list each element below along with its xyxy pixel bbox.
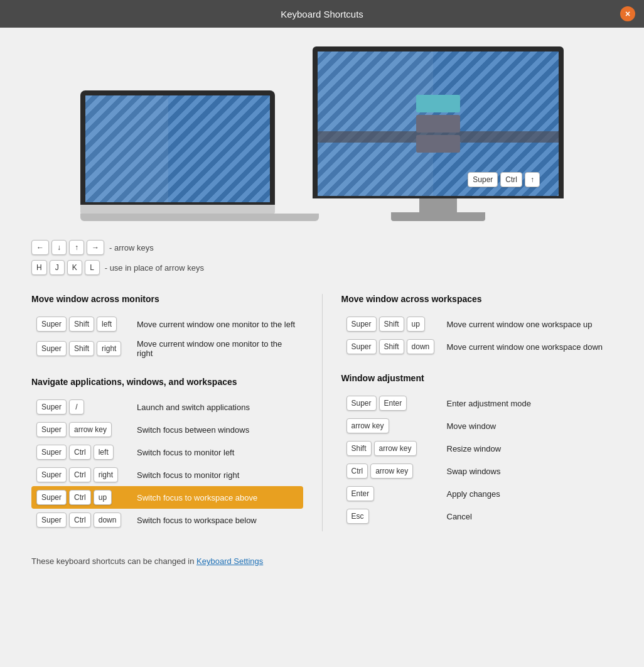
- shortcut-resize-keys: Shift arrow key: [346, 441, 447, 456]
- shortcut-ctrl-left-keys: Super Ctrl left: [36, 445, 137, 460]
- key-ctrl: Ctrl: [69, 490, 91, 505]
- key-down: down: [407, 339, 435, 354]
- key-super: Super: [36, 341, 67, 356]
- shortcut-swap-windows: Ctrl arrow key Swap windows: [341, 460, 613, 482]
- footer: These keyboard shortcuts can be changed …: [31, 556, 613, 566]
- shortcut-shift-right-desc: Move current window one monitor to the r…: [137, 339, 298, 358]
- shortcut-shift-right: Super Shift right Move current window on…: [31, 335, 303, 362]
- shortcut-arrow-desc: Switch focus between windows: [137, 425, 249, 435]
- shortcut-resize-window: Shift arrow key Resize window: [341, 437, 613, 460]
- tile-inactive-2: [416, 135, 460, 153]
- shortcut-move-window-keys: arrow key: [346, 418, 447, 433]
- shortcut-ws-shift-up: Super Shift up Move current window one w…: [341, 313, 613, 335]
- shortcut-ctrl-up-desc: Switch focus to workspace above: [137, 493, 257, 502]
- key-super: Super: [36, 512, 67, 528]
- section-move-monitors-title: Move window across monitors: [31, 294, 303, 304]
- hjkl-legend: H J K L - use in place of arrow keys: [31, 260, 613, 275]
- shortcut-shift-left: Super Shift left Move current window one…: [31, 313, 303, 335]
- shortcut-ws-shift-down: Super Shift down Move current window one…: [341, 335, 613, 358]
- key-ctrl: Ctrl: [69, 512, 91, 528]
- j-key: J: [50, 260, 65, 275]
- footer-text: These keyboard shortcuts can be changed …: [31, 556, 196, 566]
- shortcut-apply-keys: Enter: [346, 486, 447, 501]
- monitor-badge: Super Ctrl ↑: [468, 172, 540, 187]
- shortcut-slash: Super / Launch and switch applications: [31, 396, 303, 418]
- right-arrow-key: →: [87, 240, 104, 255]
- monitor-neck: [419, 198, 457, 212]
- k-key: K: [67, 260, 82, 275]
- key-super: Super: [346, 317, 377, 332]
- up-arrow-key: ↑: [69, 240, 84, 255]
- shortcut-arrow: Super arrow key Switch focus between win…: [31, 418, 303, 441]
- laptop-stand: [80, 214, 319, 221]
- key-super: Super: [36, 317, 67, 332]
- laptop-screen-outer: [80, 90, 275, 205]
- shortcut-ws-shift-down-keys: Super Shift down: [346, 339, 447, 354]
- left-arrow-key: ←: [31, 240, 49, 255]
- shortcut-ctrl-up[interactable]: Super Ctrl up Switch focus to workspace …: [31, 486, 303, 509]
- hjkl-keys-group: H J K L: [31, 260, 100, 275]
- shortcut-arrow-keys: Super arrow key: [36, 422, 137, 437]
- monitor-tiles: [416, 95, 460, 153]
- arrow-keys-desc: - arrow keys: [109, 243, 154, 252]
- h-key: H: [31, 260, 47, 275]
- shortcut-ctrl-right: Super Ctrl right Switch focus to monitor…: [31, 464, 303, 486]
- key-shift: Shift: [379, 317, 404, 332]
- shortcut-apply-desc: Apply changes: [447, 489, 500, 499]
- dialog-title: Keyboard Shortcuts: [281, 9, 363, 19]
- shortcut-resize-desc: Resize window: [447, 444, 502, 453]
- all-sections: Move window across monitors Super Shift …: [31, 294, 613, 531]
- down-arrow-key: ↓: [51, 240, 67, 255]
- key-shift: Shift: [69, 317, 94, 332]
- close-button[interactable]: ×: [620, 6, 635, 21]
- laptop-illustration: [80, 90, 275, 221]
- shortcut-ctrl-down-desc: Switch focus to workspace below: [137, 516, 257, 525]
- key-esc: Esc: [346, 509, 369, 524]
- keyboard-settings-link[interactable]: Keyboard Settings: [196, 556, 263, 566]
- tile-inactive-1: [416, 115, 460, 133]
- laptop-base: [80, 205, 275, 214]
- shortcut-ws-shift-up-desc: Move current window one workspace up: [447, 320, 593, 329]
- column-divider: [322, 294, 323, 531]
- section-navigate: Navigate applications, windows, and work…: [31, 377, 303, 531]
- shortcut-ctrl-left: Super Ctrl left Switch focus to monitor …: [31, 441, 303, 464]
- shortcut-move-window: arrow key Move window: [341, 415, 613, 437]
- key-enter: Enter: [346, 486, 375, 501]
- shortcut-swap-keys: Ctrl arrow key: [346, 464, 447, 479]
- shortcut-ctrl-left-desc: Switch focus to monitor left: [137, 448, 234, 457]
- shortcut-cancel: Esc Cancel: [341, 505, 613, 528]
- shortcut-ctrl-right-keys: Super Ctrl right: [36, 467, 137, 482]
- key-ctrl: Ctrl: [69, 467, 91, 482]
- key-right: right: [97, 341, 121, 356]
- shortcut-slash-desc: Launch and switch applications: [137, 403, 250, 412]
- key-super: Super: [36, 422, 67, 437]
- section-navigate-title: Navigate applications, windows, and work…: [31, 377, 303, 387]
- key-down: down: [94, 512, 122, 528]
- shortcut-shift-right-keys: Super Shift right: [36, 341, 137, 356]
- section-window-adjustment-title: Window adjustment: [341, 373, 613, 383]
- section-move-workspaces-title: Move window across workspaces: [341, 294, 613, 304]
- badge-super-key: Super: [468, 172, 498, 187]
- section-window-adjustment: Window adjustment Super Enter Enter adju…: [341, 373, 613, 528]
- shortcut-ctrl-down: Super Ctrl down Switch focus to workspac…: [31, 509, 303, 531]
- shortcut-enter-mode: Super Enter Enter adjustment mode: [341, 392, 613, 415]
- shortcut-slash-keys: Super /: [36, 399, 137, 415]
- key-left: left: [94, 445, 114, 460]
- arrow-key-legend: ← ↓ ↑ → - arrow keys: [31, 240, 613, 255]
- laptop-screen: [85, 95, 270, 202]
- key-arrow: arrow key: [346, 418, 389, 433]
- tile-active: [416, 95, 460, 112]
- shortcut-ws-shift-up-keys: Super Shift up: [346, 317, 447, 332]
- monitor-screen: Super Ctrl ↑: [318, 52, 559, 196]
- key-shift: Shift: [346, 441, 372, 456]
- key-shift: Shift: [379, 339, 404, 354]
- key-up: up: [407, 317, 425, 332]
- section-move-monitors: Move window across monitors Super Shift …: [31, 294, 303, 362]
- key-super: Super: [346, 396, 377, 411]
- right-column: Move window across workspaces Super Shif…: [329, 294, 613, 531]
- key-super: Super: [36, 399, 67, 415]
- hjkl-desc: - use in place of arrow keys: [105, 263, 204, 273]
- shortcut-cancel-keys: Esc: [346, 509, 447, 524]
- key-shift: Shift: [69, 341, 94, 356]
- shortcut-shift-left-keys: Super Shift left: [36, 317, 137, 332]
